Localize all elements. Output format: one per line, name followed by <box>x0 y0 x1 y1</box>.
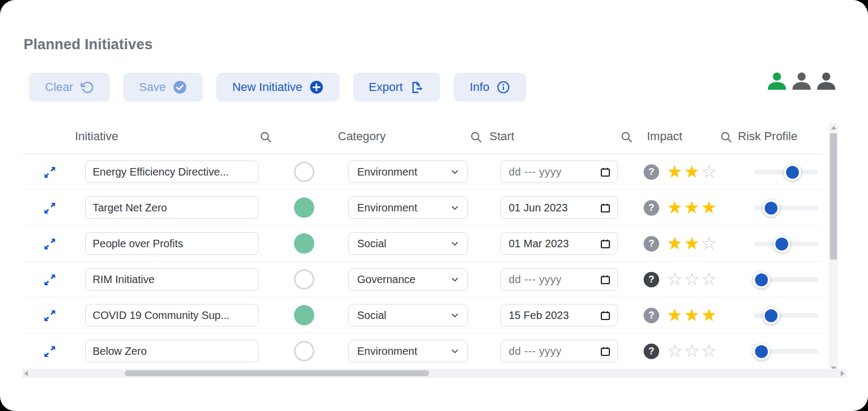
category-select[interactable]: Environment <box>348 161 468 183</box>
star-icon[interactable] <box>666 232 683 255</box>
clear-button[interactable]: Clear <box>29 73 110 102</box>
search-icon[interactable] <box>720 131 733 146</box>
calendar-icon[interactable] <box>600 310 611 321</box>
calendar-icon[interactable] <box>600 166 611 178</box>
start-date-input[interactable]: 01 Mar 2023 <box>500 232 618 255</box>
impact-rating[interactable] <box>666 232 718 255</box>
risk-slider-thumb[interactable] <box>773 235 790 253</box>
expand-row-button[interactable] <box>42 344 58 360</box>
category-select[interactable]: Social <box>348 232 468 255</box>
start-date-input[interactable]: 01 Jun 2023 <box>500 196 618 219</box>
impact-rating[interactable] <box>666 339 718 363</box>
impact-rating[interactable] <box>666 160 718 184</box>
horizontal-scrollbar[interactable] <box>22 369 847 378</box>
status-circle[interactable] <box>294 162 314 182</box>
help-icon[interactable]: ? <box>644 236 659 252</box>
scroll-up-arrow-icon[interactable] <box>831 126 836 130</box>
risk-slider-thumb[interactable] <box>763 200 780 217</box>
risk-slider[interactable] <box>754 313 818 318</box>
initiative-name-input[interactable] <box>85 196 259 219</box>
star-icon[interactable] <box>700 339 718 363</box>
calendar-icon[interactable] <box>600 202 611 214</box>
category-select[interactable]: Environment <box>348 196 468 219</box>
star-icon[interactable] <box>666 339 683 363</box>
impact-rating[interactable] <box>666 303 718 327</box>
help-icon[interactable]: ? <box>644 308 659 323</box>
risk-slider-thumb[interactable] <box>763 307 780 324</box>
risk-slider[interactable] <box>754 277 818 282</box>
status-circle[interactable] <box>294 341 314 361</box>
status-circle[interactable] <box>294 305 314 325</box>
plus-circle-icon <box>310 80 323 94</box>
category-selected-value: Environment <box>357 345 417 357</box>
star-icon[interactable] <box>700 232 718 255</box>
risk-slider[interactable] <box>754 170 818 174</box>
start-date-input[interactable]: 15 Feb 2023 <box>500 304 618 326</box>
category-select[interactable]: Social <box>348 304 468 326</box>
user-icon[interactable] <box>790 70 813 95</box>
initiative-name-input[interactable] <box>85 304 259 326</box>
risk-slider[interactable] <box>754 241 818 246</box>
search-icon[interactable] <box>470 131 483 146</box>
calendar-icon[interactable] <box>600 346 611 357</box>
help-icon[interactable]: ? <box>644 344 659 359</box>
star-icon[interactable] <box>700 303 718 327</box>
risk-slider-thumb[interactable] <box>784 164 801 181</box>
help-icon[interactable]: ? <box>644 164 659 180</box>
star-icon[interactable] <box>700 196 718 219</box>
search-icon[interactable] <box>259 131 273 146</box>
risk-slider-thumb[interactable] <box>753 343 770 360</box>
expand-row-button[interactable] <box>42 200 58 216</box>
impact-rating[interactable] <box>666 196 718 219</box>
category-select[interactable]: Environment <box>348 340 468 362</box>
info-button[interactable]: Info <box>454 73 526 102</box>
expand-row-button[interactable] <box>42 272 58 288</box>
expand-row-button[interactable] <box>42 236 58 252</box>
star-icon[interactable] <box>683 160 700 184</box>
star-icon[interactable] <box>683 303 700 327</box>
star-icon[interactable] <box>700 268 718 291</box>
horizontal-scrollbar-thumb[interactable] <box>125 370 429 376</box>
initiative-name-input[interactable] <box>85 232 259 255</box>
help-icon[interactable]: ? <box>644 200 659 216</box>
star-icon[interactable] <box>683 196 700 219</box>
save-button[interactable]: Save <box>123 73 203 102</box>
impact-rating[interactable] <box>666 268 718 291</box>
scroll-left-arrow-icon[interactable] <box>24 371 28 376</box>
risk-slider[interactable] <box>754 349 818 354</box>
vertical-scrollbar-thumb[interactable] <box>830 133 837 260</box>
initiative-name-input[interactable] <box>85 268 259 291</box>
export-button[interactable]: Export <box>353 73 441 102</box>
calendar-icon[interactable] <box>600 274 611 285</box>
expand-row-button[interactable] <box>42 164 58 180</box>
calendar-icon[interactable] <box>600 238 611 249</box>
date-value: dd --- yyyy <box>509 345 562 357</box>
scroll-right-arrow-icon[interactable] <box>841 371 844 376</box>
initiative-name-input[interactable] <box>85 340 259 362</box>
vertical-scrollbar[interactable] <box>829 123 838 373</box>
status-circle[interactable] <box>294 197 314 218</box>
new-initiative-button[interactable]: New Initiative <box>216 73 339 102</box>
risk-slider[interactable] <box>754 206 818 210</box>
search-icon[interactable] <box>620 131 633 146</box>
initiative-name-input[interactable] <box>85 161 259 183</box>
user-icon-active[interactable] <box>765 70 789 95</box>
star-icon[interactable] <box>683 339 700 363</box>
start-date-input[interactable]: dd --- yyyy <box>500 161 618 183</box>
star-icon[interactable] <box>666 160 683 184</box>
status-circle[interactable] <box>294 269 314 290</box>
star-icon[interactable] <box>700 160 718 184</box>
star-icon[interactable] <box>666 268 683 291</box>
risk-slider-thumb[interactable] <box>753 271 770 288</box>
star-icon[interactable] <box>666 303 683 327</box>
category-select[interactable]: Governance <box>348 268 468 291</box>
expand-row-button[interactable] <box>42 308 58 324</box>
start-date-input[interactable]: dd --- yyyy <box>500 340 618 362</box>
help-icon[interactable]: ? <box>644 272 659 287</box>
star-icon[interactable] <box>666 196 683 219</box>
user-icon[interactable] <box>814 70 838 95</box>
star-icon[interactable] <box>683 268 700 291</box>
start-date-input[interactable]: dd --- yyyy <box>500 268 618 291</box>
status-circle[interactable] <box>294 233 314 254</box>
star-icon[interactable] <box>683 232 700 255</box>
